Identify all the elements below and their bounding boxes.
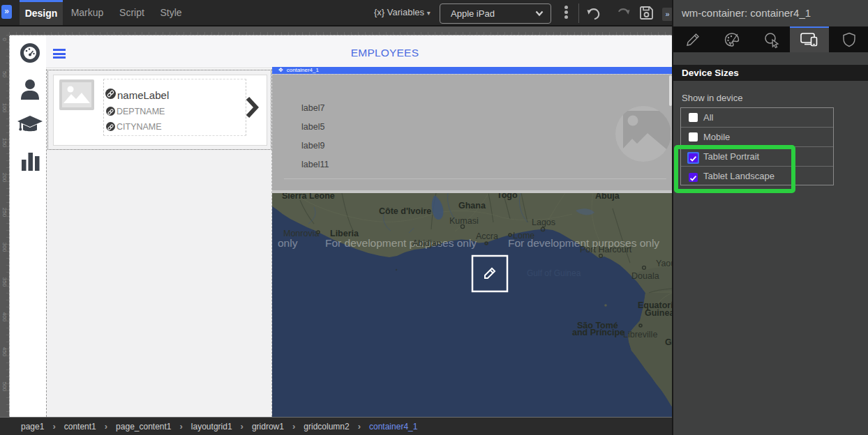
svg-text:Sierra Leone: Sierra Leone xyxy=(282,193,335,201)
svg-text:Kumasi: Kumasi xyxy=(449,216,479,226)
svg-text:Accra: Accra xyxy=(476,231,498,241)
svg-text:Abidjan: Abidjan xyxy=(412,238,442,248)
svg-text:Abuja: Abuja xyxy=(595,193,620,201)
svg-text:Ghana: Ghana xyxy=(458,201,486,211)
svg-text:only: only xyxy=(278,237,298,249)
svg-text:Guinea: Guinea xyxy=(645,308,672,318)
svg-text:For development purposes only: For development purposes only xyxy=(325,237,477,249)
svg-text:Liberia: Liberia xyxy=(330,229,359,238)
svg-text:Yaou: Yaou xyxy=(656,259,672,268)
svg-text:and Príncipe: and Príncipe xyxy=(572,328,624,337)
svg-text:Togo: Togo xyxy=(497,193,518,200)
svg-text:Ga: Ga xyxy=(665,337,672,347)
svg-text:Douala: Douala xyxy=(631,271,659,281)
svg-text:Monrovia: Monrovia xyxy=(283,229,319,238)
svg-text:Lome: Lome xyxy=(513,231,534,241)
svg-text:Gulf of Guinea: Gulf of Guinea xyxy=(527,268,581,278)
svg-text:Libreville: Libreville xyxy=(623,330,657,339)
svg-text:Lagos: Lagos xyxy=(532,218,555,227)
svg-text:Port Harcourt: Port Harcourt xyxy=(580,245,632,254)
svg-text:Côte d'Ivoire: Côte d'Ivoire xyxy=(379,206,431,216)
